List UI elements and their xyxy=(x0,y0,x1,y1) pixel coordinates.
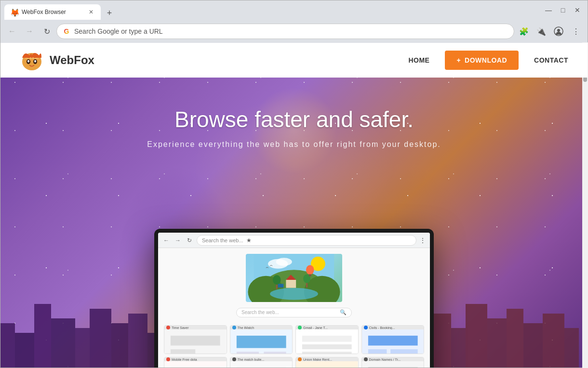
chrome-menu-icon[interactable]: ⋮ xyxy=(568,24,584,39)
thumb-favicon-7 xyxy=(298,357,302,361)
hero-text: Browse faster and safer. Experience ever… xyxy=(147,106,441,149)
thumb-favicon-3 xyxy=(298,326,302,329)
thumb-label-3: Gmail - Jane T... xyxy=(303,326,328,329)
thumb-body-1 xyxy=(164,329,227,354)
svg-rect-35 xyxy=(286,280,296,288)
minimize-button[interactable]: — xyxy=(542,4,555,16)
thumbnails-grid: Time Saver xyxy=(164,325,424,368)
thumb-header-5: Mobile Free dota xyxy=(164,357,227,361)
inner-back-icon: ← xyxy=(162,236,171,245)
puzzle-icon[interactable]: 🔌 xyxy=(534,24,549,39)
thumb-header-2: The iMatch xyxy=(230,326,293,329)
svg-rect-50 xyxy=(236,336,286,348)
inner-browser-content: Search the web... 🔍 Time Saver xyxy=(158,248,430,368)
nav-icons: 🧩 🔌 ⋮ xyxy=(516,24,584,39)
maximize-button[interactable]: □ xyxy=(557,4,569,16)
site-navigation: HOME + DOWNLOAD CONTACT xyxy=(408,51,568,70)
thumb-body-6 xyxy=(230,361,293,368)
svg-rect-45 xyxy=(171,336,220,346)
hero-section: Browse faster and safer. Experience ever… xyxy=(0,78,588,368)
scrollbar[interactable] xyxy=(582,42,588,368)
thumb-label-7: Union Make Rent... xyxy=(303,358,332,361)
forward-button[interactable]: → xyxy=(22,24,37,39)
laptop-screen: ← → ↻ Search the web... ★ ⋮ xyxy=(158,233,430,368)
hero-title: Browse faster and safer. xyxy=(147,106,441,132)
nav-contact-link[interactable]: CONTACT xyxy=(534,56,568,64)
back-button[interactable]: ← xyxy=(4,24,20,39)
inner-search-text: Search the web... xyxy=(202,237,243,243)
download-label: DOWNLOAD xyxy=(465,56,507,64)
window-controls: — □ ✕ xyxy=(542,4,584,16)
svg-rect-20 xyxy=(451,328,466,368)
thumbnail-5: Mobile Free dota xyxy=(164,357,227,368)
svg-rect-55 xyxy=(302,344,352,349)
thumb-header-8: Domain Names / Tr... xyxy=(362,357,424,361)
svg-point-6 xyxy=(34,60,36,63)
thumb-label-1: Time Saver xyxy=(172,326,189,329)
thumbnail-8: Domain Names / Tr... xyxy=(361,357,425,368)
google-icon: G xyxy=(63,27,70,35)
svg-rect-43 xyxy=(309,274,311,276)
inner-search-bar: Search the web... 🔍 xyxy=(236,308,352,317)
svg-rect-23 xyxy=(507,309,523,368)
thumb-body-7 xyxy=(296,361,358,368)
thumb-label-4: Civils - Booking... xyxy=(369,326,395,329)
inner-search-placeholder: Search the web... xyxy=(241,310,337,315)
extensions-icon[interactable]: 🧩 xyxy=(516,24,532,39)
title-bar: 🦊 WebFox Browser ✕ + — □ ✕ xyxy=(0,0,588,20)
thumbnail-3: Gmail - Jane T... xyxy=(295,325,359,354)
nav-home-link[interactable]: HOME xyxy=(408,56,429,64)
address-bar[interactable]: G xyxy=(56,24,514,39)
laptop-screen-outer: ← → ↻ Search the web... ★ ⋮ xyxy=(154,229,434,368)
thumbnail-4: Civils - Booking... xyxy=(361,325,425,354)
inner-forward-icon: → xyxy=(174,236,182,245)
svg-rect-71 xyxy=(296,361,358,368)
svg-rect-7 xyxy=(0,323,15,368)
inner-hero-illustration xyxy=(246,254,342,302)
account-icon[interactable] xyxy=(551,24,566,39)
svg-rect-52 xyxy=(264,352,286,354)
inner-menu-icon: ⋮ xyxy=(419,237,426,244)
svg-rect-63 xyxy=(164,361,226,368)
svg-rect-8 xyxy=(15,333,34,368)
svg-point-5 xyxy=(27,60,29,63)
thumbnail-2: The iMatch xyxy=(230,325,293,354)
thumb-body-2 xyxy=(230,329,293,354)
reload-button[interactable]: ↻ xyxy=(39,24,54,39)
svg-rect-60 xyxy=(368,349,387,354)
tab-area: 🦊 WebFox Browser ✕ + xyxy=(4,0,538,20)
thumb-favicon-8 xyxy=(364,357,368,361)
svg-rect-13 xyxy=(111,323,128,368)
tab-close-button[interactable]: ✕ xyxy=(87,8,95,16)
svg-rect-10 xyxy=(51,318,75,368)
fox-logo-svg xyxy=(20,48,44,72)
svg-rect-56 xyxy=(302,352,352,354)
download-icon: + xyxy=(456,56,461,64)
close-button[interactable]: ✕ xyxy=(571,4,584,16)
download-button[interactable]: + DOWNLOAD xyxy=(445,51,519,70)
thumb-favicon-5 xyxy=(166,357,170,361)
svg-rect-41 xyxy=(278,284,284,287)
svg-rect-54 xyxy=(302,336,352,342)
inner-search-icon: 🔍 xyxy=(340,309,347,315)
svg-point-30 xyxy=(276,258,292,266)
address-input[interactable] xyxy=(74,27,508,35)
inner-reload-icon: ↻ xyxy=(185,236,194,245)
tab-favicon: 🦊 xyxy=(10,8,18,16)
thumb-header-6: The match bulle... xyxy=(230,357,293,361)
new-tab-button[interactable]: + xyxy=(103,6,116,20)
thumb-header-1: Time Saver xyxy=(164,326,227,329)
hero-subtitle: Experience everything the web has to off… xyxy=(147,140,441,149)
svg-point-1 xyxy=(557,29,560,32)
thumbnail-7: Union Make Rent... xyxy=(295,357,359,368)
active-tab[interactable]: 🦊 WebFox Browser ✕ xyxy=(4,4,101,20)
laptop-mockup: ← → ↻ Search the web... ★ ⋮ xyxy=(154,229,434,368)
site-logo: WebFox xyxy=(20,48,94,72)
thumbnail-6: The match bulle... xyxy=(230,357,293,368)
svg-rect-46 xyxy=(171,349,195,354)
svg-rect-14 xyxy=(128,314,147,368)
svg-rect-24 xyxy=(523,323,543,368)
svg-point-34 xyxy=(270,288,318,300)
thumb-favicon-2 xyxy=(232,326,236,329)
thumb-label-6: The match bulle... xyxy=(238,358,265,361)
